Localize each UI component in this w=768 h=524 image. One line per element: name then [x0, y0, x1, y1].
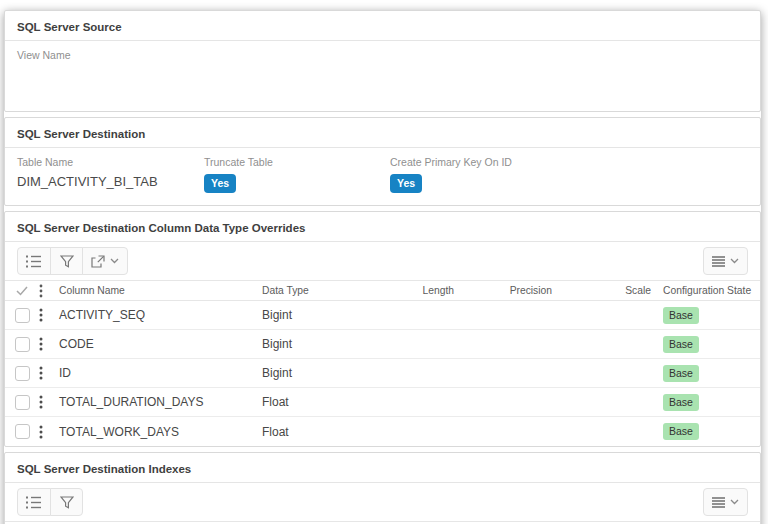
filter-button[interactable] — [50, 247, 83, 275]
section-title-overrides: SQL Server Destination Column Data Type … — [17, 222, 305, 234]
card-header: SQL Server Destination Indexes — [5, 453, 760, 483]
cell-data-type: Float — [262, 425, 392, 439]
cell-data-type: Bigint — [262, 308, 392, 322]
overrides-grid-body: ACTIVITY_SEQ Bigint Base — [5, 301, 760, 446]
overrides-grid-header: Column Name Data Type Length Precision S… — [5, 280, 760, 301]
truncate-table-field: Truncate Table Yes — [204, 156, 390, 193]
source-body: View Name — [5, 41, 760, 111]
grid-layout-menu-button[interactable] — [703, 488, 748, 516]
row-kebab-menu-icon[interactable] — [39, 366, 59, 380]
cell-data-type: Float — [262, 395, 392, 409]
header-scale[interactable]: Scale — [560, 285, 659, 296]
row-kebab-menu-icon[interactable] — [39, 425, 59, 439]
menu-icon — [712, 497, 725, 508]
table-name-value: DIM_ACTIVITY_BI_TAB — [17, 174, 204, 190]
truncate-table-label: Truncate Table — [204, 156, 390, 168]
row-kebab-menu-icon[interactable] — [39, 337, 59, 351]
card-destination-indexes: SQL Server Destination Indexes — [4, 452, 761, 524]
table-row[interactable]: CODE Bigint Base — [5, 330, 760, 359]
header-column-name[interactable]: Column Name — [59, 285, 262, 296]
indexes-toolbar-left-group — [17, 488, 83, 516]
column-chooser-button[interactable] — [17, 247, 51, 275]
select-all-check-icon[interactable] — [5, 286, 39, 296]
indexes-toolbar — [5, 483, 760, 521]
header-length[interactable]: Length — [392, 285, 462, 296]
table-name-label: Table Name — [17, 156, 204, 168]
table-row[interactable]: TOTAL_WORK_DAYS Float Base — [5, 417, 760, 446]
configuration-state-badge: Base — [663, 365, 699, 382]
header-configuration-state[interactable]: Configuration State — [659, 285, 760, 296]
chevron-down-icon — [110, 258, 119, 264]
overrides-toolbar — [5, 242, 760, 280]
table-row[interactable]: ACTIVITY_SEQ Bigint Base — [5, 301, 760, 330]
card-sql-server-source: SQL Server Source View Name — [4, 10, 761, 112]
list-icon — [26, 255, 42, 268]
detail-panel: SQL Server Source View Name SQL Server D… — [4, 10, 761, 524]
cell-data-type: Bigint — [262, 337, 392, 351]
column-chooser-button[interactable] — [17, 488, 51, 516]
view-name-value — [17, 67, 748, 83]
filter-icon — [60, 255, 74, 268]
configuration-state-badge: Base — [663, 394, 699, 411]
create-primary-key-field: Create Primary Key On ID Yes — [390, 156, 748, 193]
row-checkbox[interactable] — [15, 395, 30, 410]
view-name-label: View Name — [17, 49, 748, 61]
menu-icon — [712, 256, 725, 267]
section-title-destination: SQL Server Destination — [17, 128, 145, 140]
export-icon — [91, 255, 105, 268]
row-checkbox[interactable] — [15, 308, 30, 323]
row-kebab-menu-icon[interactable] — [39, 308, 59, 322]
truncate-table-badge: Yes — [204, 174, 236, 193]
row-checkbox[interactable] — [15, 424, 30, 439]
chevron-down-icon — [730, 258, 739, 264]
filter-button[interactable] — [50, 488, 83, 516]
grid-layout-menu-button[interactable] — [703, 247, 748, 275]
card-sql-server-destination: SQL Server Destination Table Name DIM_AC… — [4, 117, 761, 206]
export-button[interactable] — [82, 247, 128, 275]
table-row[interactable]: ID Bigint Base — [5, 359, 760, 388]
cell-data-type: Bigint — [262, 366, 392, 380]
configuration-state-badge: Base — [663, 336, 699, 353]
cell-column-name: TOTAL_WORK_DAYS — [59, 425, 262, 439]
cell-column-name: TOTAL_DURATION_DAYS — [59, 395, 262, 409]
destination-body: Table Name DIM_ACTIVITY_BI_TAB Truncate … — [5, 148, 760, 205]
cell-column-name: ACTIVITY_SEQ — [59, 308, 262, 322]
table-name-field: Table Name DIM_ACTIVITY_BI_TAB — [17, 156, 204, 193]
configuration-state-badge: Base — [663, 307, 699, 324]
filter-icon — [60, 496, 74, 509]
card-header: SQL Server Source — [5, 11, 760, 41]
cell-column-name: CODE — [59, 337, 262, 351]
section-title-indexes: SQL Server Destination Indexes — [17, 463, 191, 475]
create-primary-key-label: Create Primary Key On ID — [390, 156, 748, 168]
table-row[interactable]: TOTAL_DURATION_DAYS Float Base — [5, 388, 760, 417]
configuration-state-badge: Base — [663, 423, 699, 440]
kebab-menu-icon — [39, 284, 59, 298]
overrides-toolbar-left-group — [17, 247, 128, 275]
header-data-type[interactable]: Data Type — [262, 285, 392, 296]
card-column-overrides: SQL Server Destination Column Data Type … — [4, 211, 761, 447]
card-header: SQL Server Destination — [5, 118, 760, 148]
row-checkbox[interactable] — [15, 366, 30, 381]
create-primary-key-badge: Yes — [390, 174, 422, 193]
row-kebab-menu-icon[interactable] — [39, 395, 59, 409]
row-checkbox[interactable] — [15, 337, 30, 352]
header-precision[interactable]: Precision — [462, 285, 560, 296]
section-title-source: SQL Server Source — [17, 21, 122, 33]
cell-column-name: ID — [59, 366, 262, 380]
chevron-down-icon — [730, 499, 739, 505]
card-header: SQL Server Destination Column Data Type … — [5, 212, 760, 242]
list-icon — [26, 496, 42, 509]
